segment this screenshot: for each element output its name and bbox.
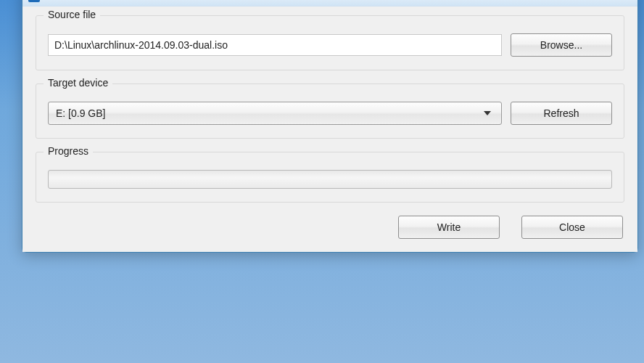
progress-group: Progress: [36, 152, 624, 203]
app-window: U USBWriter Source file Browse... Target…: [22, 0, 638, 253]
target-device-selected: E: [0.9 GB]: [56, 107, 484, 119]
progress-bar: [48, 170, 612, 189]
source-file-input[interactable]: [48, 34, 502, 56]
target-device-group: Target device E: [0.9 GB] Refresh: [36, 83, 624, 139]
chevron-down-icon: [484, 111, 491, 115]
target-device-label: Target device: [44, 77, 112, 89]
dialog-button-row: Write Close: [36, 216, 624, 239]
refresh-button[interactable]: Refresh: [511, 102, 612, 125]
browse-button[interactable]: Browse...: [511, 33, 612, 57]
close-button[interactable]: Close: [521, 216, 623, 239]
client-area: Source file Browse... Target device E: […: [22, 7, 637, 252]
progress-label: Progress: [44, 145, 93, 157]
source-file-group: Source file Browse...: [36, 15, 624, 70]
titlebar[interactable]: U USBWriter: [22, 0, 637, 7]
source-file-label: Source file: [44, 9, 100, 20]
app-icon: U: [28, 0, 40, 2]
target-device-combo[interactable]: E: [0.9 GB]: [48, 102, 502, 125]
write-button[interactable]: Write: [398, 216, 500, 239]
window-title: USBWriter: [44, 0, 92, 2]
